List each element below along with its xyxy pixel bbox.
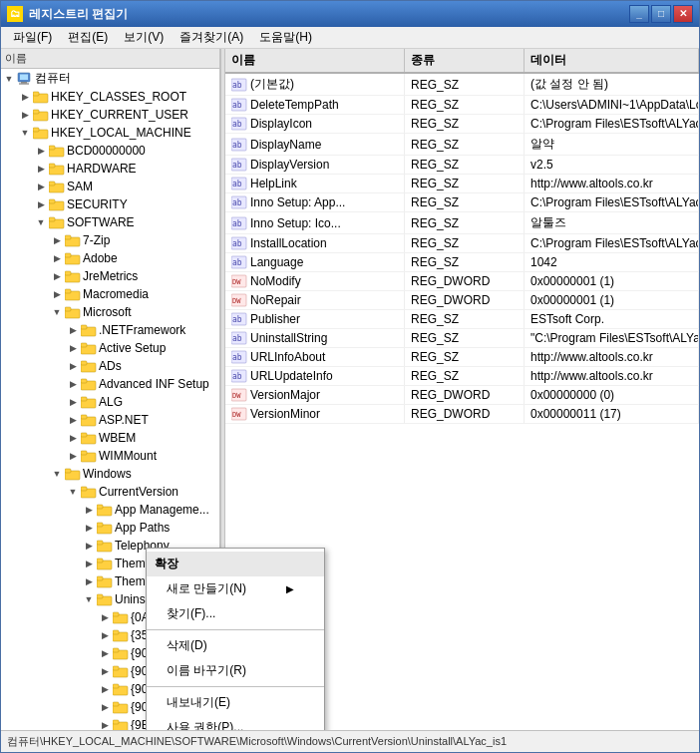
tree-item-alg[interactable]: ▶ ALG [1, 393, 219, 411]
tree-item-7zip[interactable]: ▶ 7-Zip [1, 231, 219, 249]
context-menu-item-1[interactable]: 찾기(F)... [147, 601, 324, 626]
tree-item-classes_root[interactable]: ▶ HKEY_CLASSES_ROOT [1, 88, 219, 106]
context-menu-item-3[interactable]: 이름 바꾸기(R) [147, 658, 324, 683]
tree-item-security[interactable]: ▶ SECURITY [1, 195, 219, 213]
tree-expander[interactable]: ▶ [81, 556, 97, 571]
svg-rect-73 [113, 702, 119, 706]
window-title: 레지스트리 편집기 [29, 6, 629, 23]
registry-row[interactable]: ab PublisherREG_SZESTsoft Corp. [225, 310, 699, 329]
tree-item-wbem[interactable]: ▶ WBEM [1, 429, 219, 447]
registry-row[interactable]: ab DeleteTempPathREG_SZC:\Users\ADMINI~1… [225, 96, 699, 115]
tree-expander[interactable]: ▼ [81, 591, 97, 607]
registry-row[interactable]: ab DisplayNameREG_SZ알약 [225, 134, 699, 156]
tree-expander[interactable]: ▼ [49, 304, 65, 320]
tree-expander[interactable]: ▶ [97, 645, 113, 661]
registry-row[interactable]: ab UninstallStringREG_SZ"C:\Program File… [225, 329, 699, 348]
tree-expander[interactable]: ▼ [17, 125, 33, 141]
tree-item-software[interactable]: ▼ SOFTWARE [1, 213, 219, 231]
context-menu-item-4[interactable]: 내보내기(E) [147, 690, 324, 715]
tree-expander[interactable]: ▶ [81, 573, 97, 589]
tree-item-hardware[interactable]: ▶ HARDWARE [1, 160, 219, 178]
menu-edit[interactable]: 편집(E) [60, 27, 116, 48]
tree-expander[interactable]: ▶ [81, 538, 97, 554]
tree-expander[interactable]: ▶ [17, 89, 33, 105]
tree-expander[interactable]: ▶ [97, 717, 113, 730]
tree-item-windows[interactable]: ▼ Windows [1, 465, 219, 483]
registry-row[interactable]: DW NoModifyREG_DWORD0x00000001 (1) [225, 272, 699, 291]
menu-file[interactable]: 파일(F) [5, 27, 60, 48]
tree-expander[interactable]: ▶ [97, 663, 113, 679]
menu-view[interactable]: 보기(V) [116, 27, 172, 48]
tree-expander[interactable]: ▶ [65, 448, 81, 464]
tree-item-adobe[interactable]: ▶ Adobe [1, 249, 219, 267]
tree-expander[interactable]: ▶ [65, 322, 81, 338]
registry-row[interactable]: ab InstallLocationREG_SZC:\Program Files… [225, 234, 699, 253]
tree-item-app_management[interactable]: ▶ App Manageme... [1, 501, 219, 519]
context-menu-item-label: 찾기(F)... [167, 605, 215, 622]
registry-row[interactable]: ab Inno Setup: App...REG_SZC:\Program Fi… [225, 193, 699, 212]
registry-row[interactable]: DW VersionMajorREG_DWORD0x00000000 (0) [225, 386, 699, 405]
tree-expander[interactable]: ▶ [17, 107, 33, 123]
tree-item-netframework[interactable]: ▶ .NETFramework [1, 321, 219, 339]
tree-expander[interactable]: ▶ [97, 681, 113, 697]
tree-expander[interactable]: ▶ [33, 196, 49, 212]
menu-help[interactable]: 도움말(H) [251, 27, 320, 48]
registry-row[interactable]: DW NoRepairREG_DWORD0x00000001 (1) [225, 291, 699, 310]
tree-expander[interactable]: ▶ [97, 699, 113, 715]
tree-item-currentversion[interactable]: ▼ CurrentVersion [1, 483, 219, 501]
tree-item-computer[interactable]: ▼ 컴퓨터 [1, 69, 219, 88]
tree-expander[interactable]: ▼ [33, 214, 49, 230]
tree-expander[interactable]: ▶ [65, 412, 81, 428]
registry-row[interactable]: DW VersionMinorREG_DWORD0x00000011 (17) [225, 405, 699, 424]
tree-item-wimmount[interactable]: ▶ WIMMount [1, 447, 219, 465]
registry-row[interactable]: ab URLInfoAboutREG_SZhttp://www.altools.… [225, 348, 699, 367]
menu-favorites[interactable]: 즐겨찾기(A) [172, 27, 251, 48]
tree-item-bcd[interactable]: ▶ BCD00000000 [1, 142, 219, 160]
tree-expander[interactable]: ▶ [81, 520, 97, 536]
tree-expander[interactable]: ▶ [49, 268, 65, 284]
tree-expander[interactable]: ▼ [1, 71, 17, 87]
svg-rect-75 [113, 720, 119, 724]
tree-item-microsoft[interactable]: ▼ Microsoft [1, 303, 219, 321]
tree-item-aspnet[interactable]: ▶ ASP.NET [1, 411, 219, 429]
tree-expander[interactable]: ▶ [49, 250, 65, 266]
registry-row[interactable]: ab DisplayVersionREG_SZv2.5 [225, 156, 699, 175]
tree-expander[interactable]: ▶ [33, 179, 49, 194]
registry-row[interactable]: ab HelpLinkREG_SZhttp://www.altools.co.k… [225, 175, 699, 193]
registry-row[interactable]: ab Inno Setup: Ico...REG_SZ알툴즈 [225, 212, 699, 234]
tree-item-app_paths[interactable]: ▶ App Paths [1, 519, 219, 537]
tree-expander[interactable]: ▶ [33, 161, 49, 177]
tree-item-advanced_inf[interactable]: ▶ Advanced INF Setup [1, 375, 219, 393]
tree-expander[interactable]: ▶ [65, 394, 81, 410]
tree-expander[interactable]: ▶ [49, 232, 65, 248]
tree-expander[interactable]: ▶ [33, 143, 49, 159]
tree-item-active_setup[interactable]: ▶ Active Setup [1, 339, 219, 357]
tree-expander[interactable]: ▶ [49, 286, 65, 302]
registry-row[interactable]: ab (기본값)REG_SZ(값 설정 안 됨) [225, 74, 699, 96]
maximize-button[interactable]: □ [651, 5, 671, 23]
tree-expander[interactable]: ▶ [81, 502, 97, 518]
tree-expander[interactable]: ▼ [49, 466, 65, 482]
tree-item-jremetrics[interactable]: ▶ JreMetrics [1, 267, 219, 285]
tree-item-local_machine[interactable]: ▼ HKEY_LOCAL_MACHINE [1, 124, 219, 142]
tree-expander[interactable]: ▶ [65, 358, 81, 374]
context-menu-item-0[interactable]: 새로 만들기(N)▶ [147, 576, 324, 601]
tree-item-macromedia[interactable]: ▶ Macromedia [1, 285, 219, 303]
close-button[interactable]: ✕ [673, 5, 693, 23]
tree-expander[interactable]: ▶ [65, 340, 81, 356]
registry-row[interactable]: ab URLUpdateInfoREG_SZhttp://www.altools… [225, 367, 699, 386]
tree-expander[interactable]: ▶ [65, 376, 81, 392]
tree-expander[interactable]: ▶ [97, 609, 113, 625]
tree-expander[interactable]: ▼ [65, 484, 81, 500]
context-menu-item-2[interactable]: 삭제(D) [147, 633, 324, 658]
tree-item-current_user[interactable]: ▶ HKEY_CURRENT_USER [1, 106, 219, 124]
registry-row[interactable]: ab DisplayIconREG_SZC:\Program Files\EST… [225, 115, 699, 134]
tree-item-ads[interactable]: ▶ ADs [1, 357, 219, 375]
tree-expander[interactable]: ▶ [97, 627, 113, 643]
svg-rect-7 [33, 110, 39, 114]
registry-row[interactable]: ab LanguageREG_SZ1042 [225, 253, 699, 272]
tree-item-sam[interactable]: ▶ SAM [1, 178, 219, 195]
tree-expander[interactable]: ▶ [65, 430, 81, 446]
minimize-button[interactable]: _ [629, 5, 649, 23]
context-menu-item-5[interactable]: 사용 권한(P)... [147, 715, 324, 730]
